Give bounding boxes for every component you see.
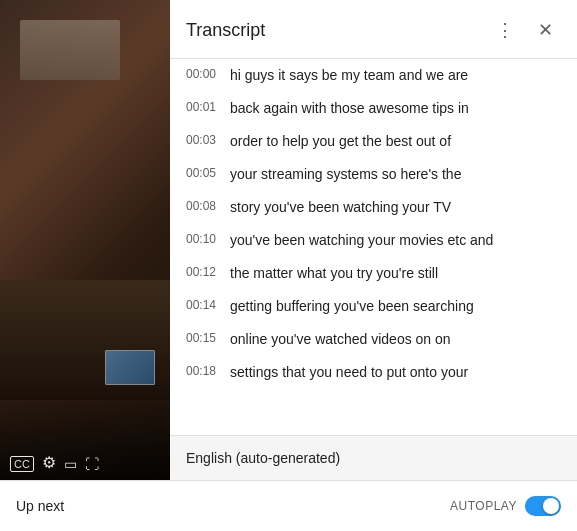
theater-mode-button[interactable]: ▭ <box>64 456 77 472</box>
video-wall-decoration <box>20 20 120 80</box>
autoplay-toggle[interactable] <box>525 496 561 516</box>
timestamp-label: 00:18 <box>186 362 218 378</box>
more-options-button[interactable]: ⋮ <box>489 14 521 46</box>
transcript-text: order to help you get the best out of <box>230 131 451 152</box>
transcript-text: back again with those awesome tips in <box>230 98 469 119</box>
transcript-text: story you've been watching your TV <box>230 197 451 218</box>
transcript-row[interactable]: 00:10you've been watching your movies et… <box>170 224 577 257</box>
transcript-row[interactable]: 00:15online you've watched videos on on <box>170 323 577 356</box>
transcript-row[interactable]: 00:18settings that you need to put onto … <box>170 356 577 389</box>
timestamp-label: 00:15 <box>186 329 218 345</box>
language-bar[interactable]: English (auto-generated) <box>170 435 577 480</box>
timestamp-label: 00:05 <box>186 164 218 180</box>
transcript-content[interactable]: 00:00hi guys it says be my team and we a… <box>170 59 577 435</box>
transcript-panel: Transcript ⋮ ✕ 00:00hi guys it says be m… <box>170 0 577 480</box>
transcript-title: Transcript <box>186 20 265 41</box>
transcript-row[interactable]: 00:05your streaming systems so here's th… <box>170 158 577 191</box>
transcript-row[interactable]: 00:12the matter what you try you're stil… <box>170 257 577 290</box>
autoplay-label: AUTOPLAY <box>450 499 517 513</box>
up-next-label: Up next <box>16 498 450 514</box>
timestamp-label: 00:12 <box>186 263 218 279</box>
transcript-row[interactable]: 00:14getting buffering you've been searc… <box>170 290 577 323</box>
transcript-row[interactable]: 00:03order to help you get the best out … <box>170 125 577 158</box>
toggle-thumb <box>543 498 559 514</box>
cc-button[interactable]: CC <box>10 456 34 472</box>
bottom-bar: Up next AUTOPLAY <box>0 480 577 531</box>
transcript-text: hi guys it says be my team and we are <box>230 65 468 86</box>
timestamp-label: 00:10 <box>186 230 218 246</box>
transcript-row[interactable]: 00:01back again with those awesome tips … <box>170 92 577 125</box>
transcript-text: you've been watching your movies etc and <box>230 230 493 251</box>
header-actions: ⋮ ✕ <box>489 14 561 46</box>
timestamp-label: 00:01 <box>186 98 218 114</box>
video-thumbnail <box>105 350 155 385</box>
transcript-text: the matter what you try you're still <box>230 263 438 284</box>
timestamp-label: 00:00 <box>186 65 218 81</box>
video-panel: CC ⚙ ▭ ⛶ <box>0 0 170 480</box>
transcript-text: getting buffering you've been searching <box>230 296 474 317</box>
timestamp-label: 00:14 <box>186 296 218 312</box>
timestamp-label: 00:03 <box>186 131 218 147</box>
fullscreen-button[interactable]: ⛶ <box>85 456 99 472</box>
transcript-row[interactable]: 00:00hi guys it says be my team and we a… <box>170 59 577 92</box>
transcript-text: online you've watched videos on on <box>230 329 451 350</box>
video-controls: CC ⚙ ▭ ⛶ <box>0 400 170 480</box>
transcript-header: Transcript ⋮ ✕ <box>170 0 577 59</box>
settings-button[interactable]: ⚙ <box>42 453 56 472</box>
close-button[interactable]: ✕ <box>529 14 561 46</box>
transcript-text: your streaming systems so here's the <box>230 164 461 185</box>
timestamp-label: 00:08 <box>186 197 218 213</box>
transcript-row[interactable]: 00:08story you've been watching your TV <box>170 191 577 224</box>
language-label: English (auto-generated) <box>186 450 340 466</box>
transcript-text: settings that you need to put onto your <box>230 362 468 383</box>
